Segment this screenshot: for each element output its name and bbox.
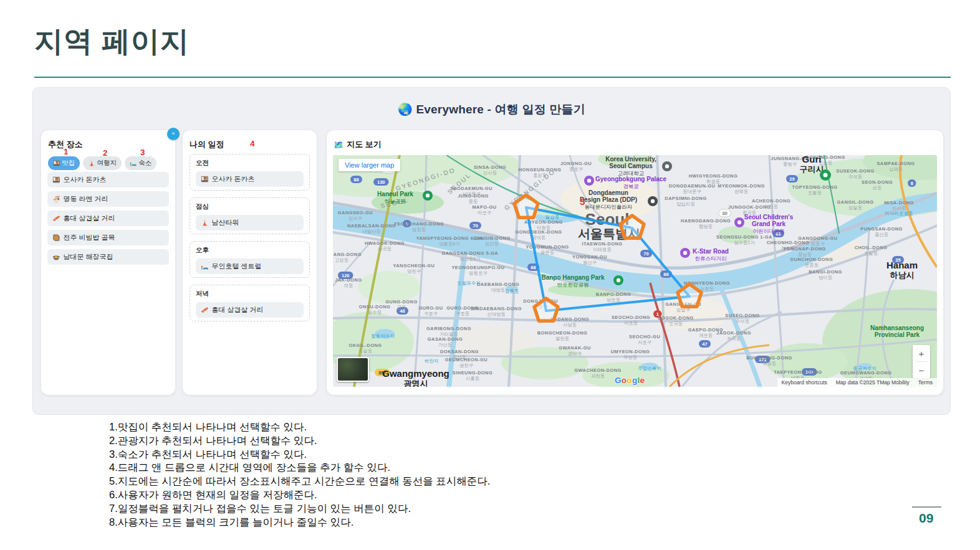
svg-text:Guri: Guri <box>802 155 822 164</box>
svg-text:70: 70 <box>643 251 648 257</box>
svg-text:GUNG-DONG: GUNG-DONG <box>385 299 417 305</box>
globe-icon: 🌏 <box>398 103 413 116</box>
map-zoom-control: + − <box>913 345 930 378</box>
svg-text:Gwangmyeong: Gwangmyeong <box>382 368 449 379</box>
svg-text:자곡동: 자곡동 <box>727 336 741 341</box>
tab-label: 숙소 <box>138 159 151 168</box>
svg-text:용문동: 용문동 <box>540 250 554 255</box>
svg-text:88: 88 <box>353 177 358 183</box>
svg-text:DAPSIMNI-DONG: DAPSIMNI-DONG <box>665 196 706 201</box>
map-title-label: 지도 보기 <box>347 139 382 150</box>
svg-text:MYEONMOK-DONG: MYEONMOK-DONG <box>718 183 764 189</box>
svg-text:신대방동: 신대방동 <box>487 311 506 317</box>
view-larger-map-button[interactable]: View larger map <box>339 159 400 171</box>
svg-text:SEOCHO-DONG: SEOCHO-DONG <box>612 315 650 320</box>
svg-text:이태원동: 이태원동 <box>593 247 612 252</box>
scheduled-item[interactable]: 🍱오사카 돈카츠 <box>196 171 304 187</box>
svg-text:Hanam: Hanam <box>886 260 918 270</box>
svg-text:NAEBALSAN-DONG: NAEBALSAN-DONG <box>347 223 396 229</box>
place-item[interactable]: 🍲남대문 해장국집 <box>47 249 169 265</box>
tab-여행지[interactable]: 🗼여행지 <box>83 156 122 170</box>
google-logo-letter: e <box>640 376 645 385</box>
svg-text:방이동: 방이동 <box>819 275 832 280</box>
schedule-slot-점심[interactable]: 점심🗼남산타워 <box>190 197 310 234</box>
svg-text:도평동: 도평동 <box>808 190 822 196</box>
svg-text:ITAEWON-DONG: ITAEWON-DONG <box>582 241 623 247</box>
schedule-slot-저녁[interactable]: 저녁🥓홍대 삼겹살 거리 <box>190 285 310 321</box>
svg-text:130: 130 <box>377 179 385 185</box>
schedule-slots: 오전🍱오사카 돈카츠점심🗼남산타워오후🛏️무인호텔 센트럴저녁🥓홍대 삼겹살 거… <box>190 154 310 328</box>
slot-label: 저녁 <box>196 290 304 298</box>
svg-text:하남시: 하남시 <box>890 270 915 280</box>
schedule-slot-오전[interactable]: 오전🍱오사카 돈카츠 <box>190 154 310 191</box>
svg-text:종로구: 종로구 <box>569 166 583 172</box>
svg-text:JUNG-DONG: JUNG-DONG <box>458 193 489 199</box>
svg-text:공덕동: 공덕동 <box>532 235 545 240</box>
annotation-3: 3 <box>140 148 145 157</box>
svg-text:YEONGDEUNGPO-GU: YEONGDEUNGPO-GU <box>451 265 504 270</box>
schedule-slot-오후[interactable]: 오후🛏️무인호텔 센트럴 <box>190 241 310 278</box>
place-item-icon: 🍱 <box>52 176 60 183</box>
svg-text:MAPO-GU: MAPO-GU <box>472 204 496 210</box>
svg-text:복정동: 복정동 <box>762 361 776 366</box>
terms-link[interactable]: Terms <box>914 378 937 387</box>
svg-text:구로구: 구로구 <box>424 311 438 316</box>
place-item-label: 오사카 돈카츠 <box>63 175 106 184</box>
place-item[interactable]: 🥓홍대 삼겹살 거리 <box>47 211 169 226</box>
svg-text:궁동: 궁동 <box>397 305 406 310</box>
note-line: 7.일정블럭을 펼치거나 접을수 있는 토글 기능이 있는 버튼이 있다. <box>109 502 490 516</box>
svg-text:DAEBANG-DONG: DAEBANG-DONG <box>477 282 519 287</box>
keyboard-shortcuts-link[interactable]: Keyboard shortcuts <box>777 378 832 387</box>
svg-text:YANGCHEON-GU: YANGCHEON-GU <box>393 263 435 268</box>
annotation-4: 4 <box>250 139 255 148</box>
google-logo-letter: G <box>615 376 622 385</box>
svg-text:한류스타거리: 한류스타거리 <box>695 255 727 262</box>
svg-text:SAMPAE-DONG: SAMPAE-DONG <box>877 161 915 166</box>
app-board: 🌏 Everywhere - 여행 일정 만들기 « 추천 장소 1 2 3 🍱… <box>32 87 951 415</box>
scheduled-item[interactable]: 🛏️무인호텔 센트럴 <box>196 258 304 274</box>
collapse-toggle-button[interactable]: « <box>167 128 180 140</box>
svg-text:GARIBONG-DONG: GARIBONG-DONG <box>426 326 471 331</box>
google-map[interactable]: 8813035767012046708888301471711003529661… <box>333 155 937 387</box>
svg-text:하안지: 하안지 <box>425 358 439 364</box>
svg-text:광명시: 광명시 <box>404 379 428 387</box>
scheduled-item[interactable]: 🗼남산타워 <box>196 215 304 230</box>
svg-text:UMYEON-DONG: UMYEON-DONG <box>611 349 650 354</box>
place-item-icon: 🍜 <box>52 196 60 202</box>
svg-text:PUNGNAP-DONG: PUNGNAP-DONG <box>784 246 826 252</box>
svg-text:주암소류지: 주암소류지 <box>638 366 661 371</box>
zoom-in-button[interactable]: + <box>913 345 930 361</box>
svg-text:삼패동: 삼패동 <box>889 166 903 172</box>
note-line: 8.사용자는 모든 블럭의 크기를 늘이거나 줄일수 있다. <box>109 516 490 529</box>
tab-맛집[interactable]: 🍱맛집 <box>48 156 80 170</box>
svg-text:SINSA-DONG: SINSA-DONG <box>474 164 506 170</box>
svg-text:반포한강공원: 반포한강공원 <box>557 282 589 288</box>
svg-text:DOKSAN-DONG: DOKSAN-DONG <box>440 349 479 354</box>
svg-text:SIHEUNG-DONG: SIHEUNG-DONG <box>453 370 492 376</box>
map-canvas: 8813035767012046708888301471711003529661… <box>333 155 937 387</box>
note-line: 2.관광지가 추천되서 나타나며 선택할수 있다. <box>109 434 490 448</box>
svg-text:SEON-DONG: SEON-DONG <box>862 179 893 185</box>
svg-text:GOGANG-DONG: GOGANG-DONG <box>333 252 362 257</box>
svg-text:수서동: 수서동 <box>736 318 749 324</box>
svg-text:SUSEOK-DONG: SUSEOK-DONG <box>836 168 874 174</box>
svg-text:BOKJEONG-DONG: BOKJEONG-DONG <box>746 355 792 361</box>
svg-text:온수동: 온수동 <box>368 310 382 315</box>
place-item[interactable]: 🍜명동 라멘 거리 <box>47 191 169 207</box>
zoom-out-button[interactable]: − <box>913 362 930 378</box>
svg-text:CHEONHO-DONG: CHEONHO-DONG <box>767 240 809 245</box>
scheduled-item[interactable]: 🥓홍대 삼겹살 거리 <box>196 302 304 318</box>
svg-text:YONGSAN-GU: YONGSAN-GU <box>572 254 607 260</box>
svg-text:BONGCHEON-DONG: BONGCHEON-DONG <box>537 330 588 336</box>
place-item[interactable]: 🍱오사카 돈카츠 <box>47 172 169 187</box>
note-line: 3.숙소가 추천되서 나타나며 선택할수 있다. <box>109 448 490 462</box>
satellite-layer-thumbnail[interactable] <box>337 357 369 382</box>
svg-text:개포동: 개포동 <box>699 333 713 338</box>
svg-text:신사동: 신사동 <box>483 170 497 176</box>
tab-숙소[interactable]: 🛏️숙소 <box>125 156 156 170</box>
place-item[interactable]: 🥘전주 비빔밥 골목 <box>47 230 169 245</box>
svg-text:금천구: 금천구 <box>459 363 473 368</box>
svg-text:DOGOK-DONG: DOGOK-DONG <box>658 315 694 321</box>
svg-text:K-Star Road: K-Star Road <box>693 248 729 255</box>
svg-text:DUNCHON-DONG: DUNCHON-DONG <box>790 257 833 262</box>
